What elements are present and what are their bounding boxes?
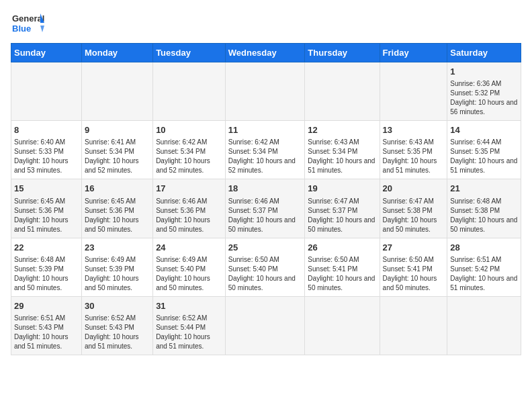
calendar-cell (447, 296, 521, 355)
daylight-text: Daylight: 10 hours and 50 minutes. (85, 216, 139, 233)
calendar-cell: 10Sunrise: 6:42 AMSunset: 5:34 PMDayligh… (153, 121, 226, 179)
calendar-cell (305, 296, 380, 355)
calendar-cell: 27Sunrise: 6:50 AMSunset: 5:41 PMDayligh… (380, 238, 447, 296)
day-number: 10 (156, 124, 222, 136)
sunset-text: Sunset: 5:42 PM (450, 265, 500, 273)
day-number: 8 (14, 124, 79, 136)
sunset-text: Sunset: 5:41 PM (383, 265, 433, 273)
day-number: 13 (383, 124, 445, 136)
day-number: 21 (450, 183, 518, 195)
calendar-cell: 24Sunrise: 6:49 AMSunset: 5:40 PMDayligh… (153, 238, 226, 296)
calendar-cell: 23Sunrise: 6:49 AMSunset: 5:39 PMDayligh… (81, 238, 152, 296)
calendar-cell: 21Sunrise: 6:48 AMSunset: 5:38 PMDayligh… (447, 179, 521, 238)
calendar-table: SundayMondayTuesdayWednesdayThursdayFrid… (11, 43, 521, 355)
sunset-text: Sunset: 5:34 PM (228, 148, 278, 155)
calendar-cell: 30Sunrise: 6:52 AMSunset: 5:43 PMDayligh… (81, 296, 152, 355)
daylight-text: Daylight: 10 hours and 50 minutes. (308, 216, 375, 233)
daylight-text: Daylight: 10 hours and 50 minutes. (14, 275, 69, 291)
sunrise-text: Sunrise: 6:47 AM (383, 197, 434, 205)
day-number: 9 (85, 124, 150, 136)
logo: General Blue (11, 11, 44, 38)
daylight-text: Daylight: 10 hours and 52 minutes. (156, 157, 210, 174)
daylight-text: Daylight: 10 hours and 51 minutes. (14, 216, 69, 233)
svg-text:General: General (12, 13, 44, 24)
sunset-text: Sunset: 5:34 PM (156, 148, 206, 155)
sunrise-text: Sunrise: 6:47 AM (308, 197, 359, 205)
calendar-cell: 13Sunrise: 6:43 AMSunset: 5:35 PMDayligh… (380, 121, 447, 179)
calendar-cell: 1Sunrise: 6:36 AMSunset: 5:32 PMDaylight… (447, 62, 521, 121)
sunset-text: Sunset: 5:43 PM (85, 324, 134, 331)
logo-svg: General Blue (11, 11, 44, 38)
daylight-text: Daylight: 10 hours and 56 minutes. (450, 99, 517, 116)
sunrise-text: Sunrise: 6:43 AM (383, 138, 434, 146)
daylight-text: Daylight: 10 hours and 51 minutes. (308, 157, 375, 174)
col-header-thursday: Thursday (305, 44, 380, 62)
sunset-text: Sunset: 5:41 PM (308, 265, 357, 273)
calendar-cell (81, 62, 152, 121)
sunset-text: Sunset: 5:35 PM (450, 148, 500, 155)
calendar-cell: 29Sunrise: 6:51 AMSunset: 5:43 PMDayligh… (11, 296, 82, 355)
calendar-week-4: 22Sunrise: 6:48 AMSunset: 5:39 PMDayligh… (11, 238, 521, 296)
sunset-text: Sunset: 5:35 PM (383, 148, 433, 155)
day-number: 31 (156, 300, 222, 312)
day-number: 30 (85, 300, 150, 312)
day-number: 26 (308, 242, 376, 254)
sunrise-text: Sunrise: 6:46 AM (228, 197, 279, 205)
sunrise-text: Sunrise: 6:40 AM (14, 138, 65, 146)
calendar-week-3: 15Sunrise: 6:45 AMSunset: 5:36 PMDayligh… (11, 179, 521, 238)
day-number: 15 (14, 183, 79, 195)
day-number: 11 (228, 124, 302, 136)
sunset-text: Sunset: 5:33 PM (14, 148, 64, 155)
sunrise-text: Sunrise: 6:52 AM (156, 314, 207, 322)
calendar-cell: 12Sunrise: 6:43 AMSunset: 5:34 PMDayligh… (305, 121, 380, 179)
calendar-cell: 31Sunrise: 6:52 AMSunset: 5:44 PMDayligh… (153, 296, 226, 355)
day-number: 20 (383, 183, 445, 195)
day-number: 29 (14, 300, 79, 312)
daylight-text: Daylight: 10 hours and 51 minutes. (450, 275, 517, 291)
sunrise-text: Sunrise: 6:45 AM (14, 197, 65, 205)
col-header-sunday: Sunday (11, 44, 82, 62)
calendar-cell (153, 62, 226, 121)
day-number: 28 (450, 242, 518, 254)
sunrise-text: Sunrise: 6:50 AM (308, 256, 359, 263)
calendar-cell (225, 62, 305, 121)
day-number: 22 (14, 242, 79, 254)
sunset-text: Sunset: 5:39 PM (85, 265, 134, 273)
calendar-cell: 19Sunrise: 6:47 AMSunset: 5:37 PMDayligh… (305, 179, 380, 238)
calendar-week-2: 8Sunrise: 6:40 AMSunset: 5:33 PMDaylight… (11, 121, 521, 179)
sunset-text: Sunset: 5:36 PM (156, 207, 206, 214)
sunset-text: Sunset: 5:37 PM (308, 207, 357, 214)
calendar-cell: 9Sunrise: 6:41 AMSunset: 5:34 PMDaylight… (81, 121, 152, 179)
daylight-text: Daylight: 10 hours and 50 minutes. (85, 275, 139, 291)
col-header-saturday: Saturday (447, 44, 521, 62)
daylight-text: Daylight: 10 hours and 51 minutes. (85, 333, 139, 350)
sunset-text: Sunset: 5:32 PM (450, 89, 500, 97)
sunset-text: Sunset: 5:38 PM (383, 207, 433, 214)
sunset-text: Sunset: 5:43 PM (14, 324, 64, 331)
calendar-cell (305, 62, 380, 121)
calendar-cell: 20Sunrise: 6:47 AMSunset: 5:38 PMDayligh… (380, 179, 447, 238)
day-number: 16 (85, 183, 150, 195)
calendar-cell: 15Sunrise: 6:45 AMSunset: 5:36 PMDayligh… (11, 179, 82, 238)
sunrise-text: Sunrise: 6:51 AM (14, 314, 65, 322)
day-number: 17 (156, 183, 222, 195)
day-number: 19 (308, 183, 376, 195)
header-row: SundayMondayTuesdayWednesdayThursdayFrid… (11, 44, 521, 62)
sunrise-text: Sunrise: 6:42 AM (228, 138, 279, 146)
sunset-text: Sunset: 5:34 PM (308, 148, 357, 155)
daylight-text: Daylight: 10 hours and 50 minutes. (156, 216, 210, 233)
sunrise-text: Sunrise: 6:42 AM (156, 138, 207, 146)
sunrise-text: Sunrise: 6:41 AM (85, 138, 136, 146)
day-number: 12 (308, 124, 376, 136)
svg-marker-3 (40, 26, 44, 32)
sunrise-text: Sunrise: 6:52 AM (85, 314, 136, 322)
sunrise-text: Sunrise: 6:49 AM (156, 256, 207, 263)
calendar-cell: 17Sunrise: 6:46 AMSunset: 5:36 PMDayligh… (153, 179, 226, 238)
sunrise-text: Sunrise: 6:51 AM (450, 256, 501, 263)
sunrise-text: Sunrise: 6:44 AM (450, 138, 501, 146)
sunrise-text: Sunrise: 6:50 AM (228, 256, 279, 263)
calendar-cell: 8Sunrise: 6:40 AMSunset: 5:33 PMDaylight… (11, 121, 82, 179)
sunset-text: Sunset: 5:39 PM (14, 265, 64, 273)
daylight-text: Daylight: 10 hours and 50 minutes. (156, 275, 210, 291)
calendar-week-1: 1Sunrise: 6:36 AMSunset: 5:32 PMDaylight… (11, 62, 521, 121)
